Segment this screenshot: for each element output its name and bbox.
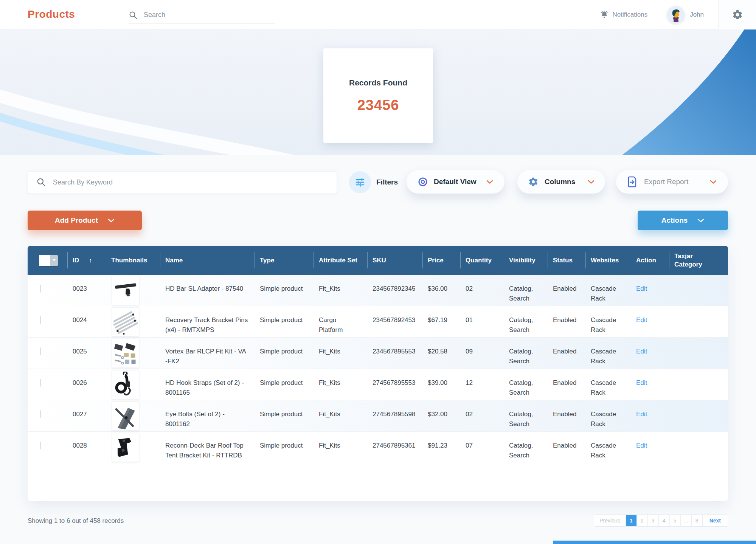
cell-visibility: Catalog, Search — [504, 338, 548, 369]
cell-status: Enabled — [548, 338, 585, 369]
column-header-price[interactable]: Price — [422, 246, 460, 275]
notifications-button[interactable]: Notifications — [600, 10, 648, 19]
records-summary: Showing 1 to 6 out of 458 records — [28, 517, 124, 525]
avatar-illustration — [667, 6, 685, 23]
cell-id: 0025 — [67, 338, 106, 369]
cell-status: Enabled — [548, 275, 585, 306]
pagination-page-5[interactable]: 5 — [669, 515, 680, 526]
cell-thumbnail — [106, 369, 160, 400]
cell-select — [28, 338, 67, 369]
cell-type: Simple product — [255, 432, 314, 463]
cell-price: $20.58 — [422, 338, 460, 369]
columns-label: Columns — [545, 178, 575, 186]
pagination-page-3[interactable]: 3 — [647, 515, 658, 526]
pagination-previous[interactable]: Previous — [594, 515, 625, 526]
pagination-page-1[interactable]: 1 — [626, 515, 636, 526]
row-checkbox[interactable] — [40, 410, 41, 418]
cell-sku: 234567895553 — [367, 338, 422, 369]
cell-taxjar-category — [669, 275, 728, 306]
edit-link[interactable]: Edit — [636, 285, 647, 292]
cell-visibility: Catalog, Search — [504, 432, 548, 463]
records-found-card: Records Found 23456 — [323, 48, 433, 143]
cell-websites: Cascade Rack — [585, 400, 631, 431]
cell-action: Edit — [631, 369, 669, 400]
column-header-visibility[interactable]: Visibility — [504, 246, 548, 275]
column-header-thumbnails[interactable]: Thumbnails — [106, 246, 160, 275]
column-header-websites[interactable]: Websites — [585, 246, 631, 275]
cell-sku: 274567895553 — [367, 369, 422, 400]
roof-bar-adapter-image — [113, 277, 138, 304]
cell-price: $32.00 — [422, 400, 460, 431]
pagination-page-2[interactable]: 2 — [636, 515, 647, 526]
table-row: 0024 Recovery Track Bracket Pins (x4) - … — [28, 306, 728, 338]
cell-sku: 274567895598 — [367, 400, 422, 431]
default-view-dropdown[interactable]: Default View — [407, 170, 505, 194]
pagination-page-4[interactable]: 4 — [658, 515, 669, 526]
row-checkbox[interactable] — [40, 316, 41, 324]
select-all-checkbox[interactable] — [39, 255, 58, 266]
cell-select — [28, 275, 67, 306]
columns-gear-icon — [528, 177, 539, 187]
edit-link[interactable]: Edit — [636, 411, 647, 418]
cell-id: 0024 — [67, 306, 106, 337]
column-header-sku[interactable]: SKU — [367, 246, 422, 275]
filters-icon — [349, 171, 371, 193]
column-header-name[interactable]: Name — [160, 246, 255, 275]
cell-attribute-set: Fit_Kits — [314, 400, 367, 431]
edit-link[interactable]: Edit — [636, 316, 647, 324]
records-found-label: Records Found — [349, 78, 407, 87]
add-product-button[interactable]: Add Product — [28, 211, 142, 230]
edit-link[interactable]: Edit — [636, 442, 647, 449]
table-row: 0027 Eye Bolts (Set of 2) - 8001162 Simp… — [28, 400, 728, 432]
column-header-id[interactable]: ID ↑ — [67, 246, 106, 275]
row-checkbox[interactable] — [40, 285, 41, 293]
search-icon — [36, 177, 46, 187]
cell-name: Vortex Bar RLCP Fit Kit - VA -FK2 — [160, 338, 255, 369]
cell-websites: Cascade Rack — [585, 432, 631, 463]
view-eye-icon — [418, 177, 428, 187]
columns-dropdown[interactable]: Columns — [517, 170, 605, 194]
cell-select — [28, 400, 67, 431]
column-header-action[interactable]: Action — [631, 246, 669, 275]
products-page: Products Notifications — [0, 0, 756, 544]
cell-visibility: Catalog, Search — [504, 369, 548, 400]
cell-quantity: 12 — [460, 369, 504, 400]
top-bar-right: Notifications John — [600, 0, 756, 29]
cell-thumbnail — [106, 306, 160, 337]
product-thumbnail — [112, 276, 139, 305]
keyword-search-input[interactable] — [53, 178, 280, 186]
cell-status: Enabled — [548, 369, 585, 400]
pagination-next[interactable]: Next — [702, 515, 728, 526]
row-checkbox[interactable] — [40, 379, 41, 387]
export-report-dropdown[interactable]: Export Report — [616, 170, 728, 194]
cell-visibility: Catalog, Search — [504, 306, 548, 337]
select-all-dropdown[interactable] — [50, 255, 58, 266]
select-all-box[interactable] — [39, 255, 50, 266]
actions-button[interactable]: Actions — [638, 211, 728, 230]
cell-name: HD Bar SL Adapter - 87540 — [160, 275, 255, 306]
sort-ascending-icon[interactable]: ↑ — [89, 257, 92, 264]
records-found-value: 23456 — [357, 97, 399, 113]
top-search-input[interactable] — [144, 11, 257, 19]
column-header-taxjar-category[interactable]: Taxjar Category — [669, 246, 728, 275]
cell-status: Enabled — [548, 400, 585, 431]
row-checkbox[interactable] — [40, 442, 41, 449]
bell-icon — [600, 10, 609, 19]
edit-link[interactable]: Edit — [636, 379, 647, 386]
cell-taxjar-category — [669, 432, 728, 463]
column-header-status[interactable]: Status — [548, 246, 585, 275]
settings-button[interactable] — [719, 0, 756, 29]
edit-link[interactable]: Edit — [636, 348, 647, 355]
pagination-page-8[interactable]: 8 — [691, 515, 702, 526]
product-thumbnail — [112, 307, 139, 336]
filters-button[interactable]: Filters — [349, 171, 398, 194]
row-checkbox[interactable] — [40, 347, 41, 355]
column-header-attribute-set[interactable]: Attribute Set — [314, 246, 367, 275]
cell-id: 0026 — [67, 369, 106, 400]
cell-attribute-set: Fit_Kits — [314, 338, 367, 369]
product-thumbnail — [112, 370, 139, 399]
cell-type: Simple product — [255, 306, 314, 337]
avatar[interactable] — [667, 6, 685, 23]
column-header-quantity[interactable]: Quantity — [460, 246, 504, 275]
column-header-type[interactable]: Type — [255, 246, 314, 275]
